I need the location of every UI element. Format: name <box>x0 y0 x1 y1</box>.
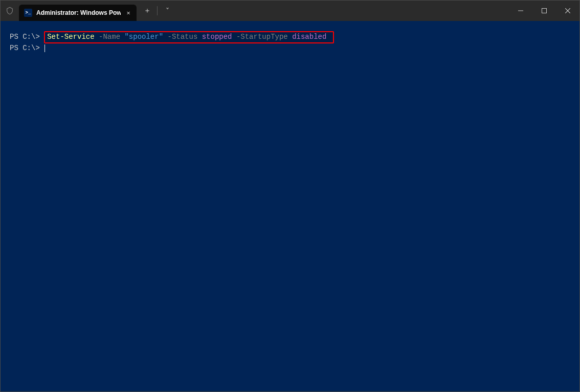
arg-status-token: stopped <box>197 33 232 41</box>
window-controls <box>509 1 579 21</box>
prompt: PS C:\> <box>10 33 44 41</box>
terminal-line-1: PS C:\> Set-Service -Name "spooler" -Sta… <box>10 31 570 43</box>
tab-title: Administrator: Windows Powe <box>36 9 121 16</box>
titlebar-left: >_ Administrator: Windows Powe ✕ ＋ ˅ <box>1 1 176 21</box>
title-bar: >_ Administrator: Windows Powe ✕ ＋ ˅ <box>1 1 579 21</box>
terminal-line-2: PS C:\> <box>10 43 570 54</box>
param-status-token: -Status <box>163 33 197 41</box>
divider <box>157 6 158 15</box>
window-close-button[interactable] <box>556 1 579 21</box>
cmdlet-token: Set-Service <box>47 33 94 41</box>
active-tab[interactable]: >_ Administrator: Windows Powe ✕ <box>19 5 137 21</box>
tab-dropdown-button[interactable]: ˅ <box>159 2 176 19</box>
maximize-button[interactable] <box>532 1 556 21</box>
shield-icon <box>6 6 14 15</box>
terminal-body[interactable]: PS C:\> Set-Service -Name "spooler" -Sta… <box>1 21 579 391</box>
prompt: PS C:\> <box>10 44 44 52</box>
arg-startup-token: disabled <box>288 33 327 41</box>
tab-actions: ＋ ˅ <box>139 2 176 19</box>
new-tab-button[interactable]: ＋ <box>139 2 156 19</box>
command-highlight: Set-Service -Name "spooler" -Status stop… <box>44 31 334 43</box>
tab-close-button[interactable]: ✕ <box>124 9 132 17</box>
param-name-token: -Name <box>95 33 120 41</box>
text-cursor <box>44 44 45 52</box>
minimize-button[interactable] <box>509 1 532 21</box>
string-token: "spooler" <box>120 33 163 41</box>
powershell-icon: >_ <box>24 9 32 17</box>
svg-rect-1 <box>542 9 547 13</box>
param-startup-token: -StartupType <box>232 33 288 41</box>
tab-content: >_ Administrator: Windows Powe <box>24 9 121 17</box>
